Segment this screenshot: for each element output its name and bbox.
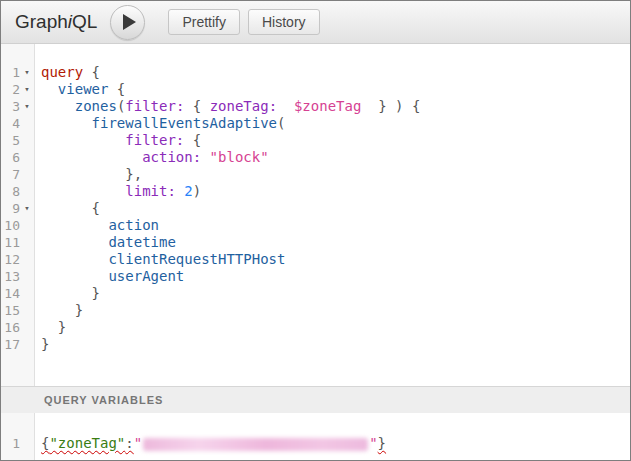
code-text: viewer {	[34, 81, 125, 98]
line-number: 2	[1, 81, 20, 98]
fold-arrow-icon[interactable]: ▾	[20, 98, 34, 115]
fold-arrow-icon[interactable]: ▾	[20, 81, 34, 98]
code-token	[41, 183, 125, 199]
code-line[interactable]: 15 }	[1, 302, 630, 319]
line-number: 11	[1, 234, 20, 251]
line-number: 16	[1, 319, 20, 336]
history-button[interactable]: History	[248, 9, 320, 35]
code-token: {	[83, 64, 100, 80]
code-token: "zoneTag"	[49, 435, 125, 451]
app-title: GraphiQL	[15, 11, 97, 33]
code-line[interactable]: 11 datetime	[1, 234, 630, 251]
code-token: $zoneTag	[294, 98, 361, 114]
code-text: datetime	[34, 234, 176, 251]
fold-gutter-spacer	[20, 251, 34, 268]
line-number: 7	[1, 166, 20, 183]
line-number: 12	[1, 251, 20, 268]
line-number: 8	[1, 183, 20, 200]
fold-gutter-spacer	[20, 234, 34, 251]
code-token: query	[41, 64, 83, 80]
code-token: }	[41, 319, 66, 335]
code-token: 2	[184, 183, 192, 199]
code-token: userAgent	[108, 268, 184, 284]
code-token	[41, 268, 108, 284]
code-token: filter:	[125, 98, 184, 114]
code-token: }	[41, 336, 49, 352]
code-line[interactable]: 9▾ {	[1, 200, 630, 217]
code-token: "block"	[210, 149, 269, 165]
code-token: }	[41, 302, 83, 318]
code-token	[41, 234, 108, 250]
line-number: 1	[1, 64, 20, 81]
code-token: :	[125, 435, 133, 451]
line-number: 15	[1, 302, 20, 319]
code-line[interactable]: 17}	[1, 336, 630, 353]
code-token	[41, 115, 92, 131]
execute-query-button[interactable]	[110, 5, 145, 40]
query-editor[interactable]: 1▾query {2▾ viewer {3▾ zones(filter: { z…	[1, 44, 630, 386]
code-line[interactable]: 4 firewallEventsAdaptive(	[1, 115, 630, 132]
line-number: 9	[1, 200, 20, 217]
code-token: zoneTag:	[210, 98, 277, 114]
variables-editor[interactable]: 1{"zoneTag":""}	[1, 413, 630, 460]
query-variables-header[interactable]: QUERY VARIABLES	[1, 386, 630, 413]
line-number: 13	[1, 268, 20, 285]
code-token: )	[193, 183, 201, 199]
code-token	[41, 251, 108, 267]
code-line[interactable]: 6 action: "block"	[1, 149, 630, 166]
graphiql-window: GraphiQL Prettify History 1▾query {2▾ vi…	[0, 0, 631, 461]
code-token: (	[277, 115, 285, 131]
code-line[interactable]: 1{"zoneTag":""}	[1, 435, 630, 452]
app-title-part: Graph	[15, 11, 68, 32]
fold-arrow-icon[interactable]: ▾	[20, 64, 34, 81]
prettify-button[interactable]: Prettify	[168, 9, 240, 35]
line-number: 17	[1, 336, 20, 353]
code-text: action	[34, 217, 159, 234]
code-text: },	[34, 166, 142, 183]
code-line[interactable]: 14 }	[1, 285, 630, 302]
fold-arrow-icon[interactable]: ▾	[20, 200, 34, 217]
code-line[interactable]: 12 clientRequestHTTPHost	[1, 251, 630, 268]
fold-gutter-spacer	[20, 115, 34, 132]
code-line[interactable]: 7 },	[1, 166, 630, 183]
code-line[interactable]: 5 filter: {	[1, 132, 630, 149]
code-text: firewallEventsAdaptive(	[34, 115, 285, 132]
fold-gutter-spacer	[20, 435, 34, 452]
variables-code-lines: 1{"zoneTag":""}	[1, 413, 630, 452]
query-variables-title: QUERY VARIABLES	[44, 394, 163, 406]
line-number: 4	[1, 115, 20, 132]
code-token: {	[41, 200, 100, 216]
fold-gutter-spacer	[20, 336, 34, 353]
code-text: {	[34, 200, 100, 217]
code-text: }	[34, 285, 100, 302]
code-token: clientRequestHTTPHost	[108, 251, 285, 267]
fold-gutter-spacer	[20, 302, 34, 319]
code-text: query {	[34, 64, 100, 81]
code-line[interactable]: 1▾query {	[1, 64, 630, 81]
code-line[interactable]: 3▾ zones(filter: { zoneTag: $zoneTag } )…	[1, 98, 630, 115]
code-token: },	[41, 166, 142, 182]
fold-gutter-spacer	[20, 268, 34, 285]
code-text: filter: {	[34, 132, 201, 149]
code-token: }	[41, 285, 100, 301]
code-token: zones	[75, 98, 117, 114]
code-text: limit: 2)	[34, 183, 201, 200]
code-token: "	[134, 435, 142, 451]
fold-gutter-spacer	[20, 166, 34, 183]
code-line[interactable]: 2▾ viewer {	[1, 81, 630, 98]
line-number: 1	[1, 435, 20, 452]
code-token: limit:	[125, 183, 176, 199]
code-line[interactable]: 8 limit: 2)	[1, 183, 630, 200]
code-text: action: "block"	[34, 149, 269, 166]
code-token: {	[108, 81, 125, 97]
code-text: zones(filter: { zoneTag: $zoneTag } ) {	[34, 98, 420, 115]
code-line[interactable]: 13 userAgent	[1, 268, 630, 285]
code-token: "	[369, 435, 377, 451]
code-token: datetime	[108, 234, 175, 250]
code-line[interactable]: 16 }	[1, 319, 630, 336]
app-title-part: QL	[72, 11, 97, 32]
code-token: action:	[142, 149, 201, 165]
code-line[interactable]: 10 action	[1, 217, 630, 234]
code-text: }	[34, 336, 49, 353]
query-code-lines: 1▾query {2▾ viewer {3▾ zones(filter: { z…	[1, 44, 630, 353]
